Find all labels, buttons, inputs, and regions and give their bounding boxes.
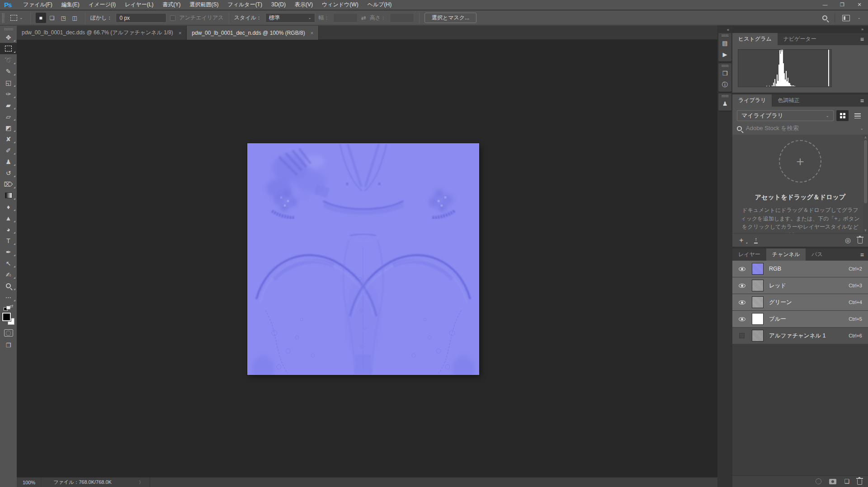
- clone-stamp-tool[interactable]: ♟: [0, 156, 17, 167]
- visibility-toggle[interactable]: [736, 300, 748, 304]
- intersect-selection-button[interactable]: ◫: [70, 13, 80, 23]
- visibility-toggle[interactable]: [736, 267, 748, 271]
- creative-cloud-icon[interactable]: ◎: [845, 236, 851, 244]
- scroll-down-icon[interactable]: ∨: [864, 228, 867, 232]
- add-asset-circle[interactable]: ＋: [779, 140, 821, 183]
- path-selection-tool[interactable]: ↖: [0, 258, 17, 269]
- channel-row-レッド[interactable]: レッドCtrl+3: [732, 277, 868, 294]
- move-tool[interactable]: ✥: [0, 32, 17, 43]
- menu-item-ファイル(F)[interactable]: ファイル(F): [19, 0, 57, 9]
- zoom-level-field[interactable]: 100%: [17, 478, 42, 487]
- history-brush-tool[interactable]: ↺: [0, 167, 17, 178]
- visibility-toggle[interactable]: [736, 284, 748, 288]
- screen-mode-button[interactable]: ❐: [6, 342, 11, 349]
- menu-item-書式(Y)[interactable]: 書式(Y): [158, 0, 185, 9]
- rectangular-marquee-tool[interactable]: [0, 43, 17, 54]
- scrollbar-thumb[interactable]: [864, 140, 867, 203]
- eraser-tool[interactable]: ⌦: [0, 178, 17, 190]
- dock-group-gripper[interactable]: [722, 34, 729, 37]
- toolbar-gripper[interactable]: [4, 28, 13, 30]
- add-content-button[interactable]: ＋: [738, 236, 747, 244]
- library-tab-色調補正[interactable]: 色調補正: [772, 94, 805, 107]
- channel-row-アルファチャンネル 1[interactable]: アルファチャンネル 1Ctrl+6: [732, 328, 868, 344]
- pen-tool[interactable]: ✒: [0, 246, 17, 258]
- edit-toolbar-button[interactable]: ⋯: [0, 291, 17, 303]
- menu-item-フィルター(T)[interactable]: フィルター(T): [223, 0, 267, 9]
- panel-menu-icon[interactable]: ≡: [860, 94, 864, 107]
- gradient-tool[interactable]: [0, 190, 17, 201]
- list-view-button[interactable]: [851, 110, 863, 121]
- default-colors-icon[interactable]: ⇄: [4, 304, 14, 311]
- foreground-color-swatch[interactable]: [2, 313, 11, 321]
- eyedropper-tool[interactable]: ✑: [0, 88, 17, 99]
- menu-item-レイヤー(L)[interactable]: レイヤー(L): [120, 0, 158, 9]
- search-icon[interactable]: [822, 15, 827, 20]
- menu-item-ウィンドウ(W)[interactable]: ウィンドウ(W): [317, 0, 363, 9]
- patch-tool[interactable]: ◩: [0, 122, 17, 133]
- workspace-switcher-icon[interactable]: [842, 15, 850, 21]
- expand-dock-chevron-icon[interactable]: «: [724, 26, 732, 33]
- channels-tab-パス[interactable]: パス: [806, 248, 829, 261]
- antialias-checkbox[interactable]: [170, 15, 175, 21]
- channels-tab-レイヤー[interactable]: レイヤー: [732, 248, 766, 261]
- new-channel-icon[interactable]: ❏: [844, 478, 849, 485]
- minimize-button-icon[interactable]: —: [816, 0, 834, 9]
- menu-item-編集(E)[interactable]: 編集(E): [57, 0, 84, 9]
- clone-source-panel-icon[interactable]: ♟: [718, 98, 731, 109]
- brush-tool[interactable]: ✐: [0, 145, 17, 156]
- canvas-image[interactable]: [247, 143, 479, 375]
- restore-button-icon[interactable]: ❐: [834, 0, 851, 9]
- style-select[interactable]: 標準 ⌄: [265, 13, 315, 23]
- add-selection-button[interactable]: ❏: [47, 13, 57, 23]
- visibility-checkbox[interactable]: [736, 333, 748, 338]
- close-button-icon[interactable]: ✕: [851, 0, 868, 9]
- load-selection-icon[interactable]: [816, 478, 821, 484]
- visibility-toggle[interactable]: [736, 317, 748, 321]
- blur-tool[interactable]: ♦: [0, 201, 17, 212]
- document-tab-2[interactable]: pdw_00_lb_0001_dec_n.dds @ 100% (RGB/8)×: [187, 26, 319, 40]
- chevron-down-icon[interactable]: ⌄: [857, 16, 861, 20]
- lasso-tool[interactable]: ➰: [0, 54, 17, 66]
- content-aware-move-tool[interactable]: ✘: [0, 133, 17, 145]
- save-selection-as-channel-icon[interactable]: [829, 479, 836, 484]
- menu-item-ヘルプ(H)[interactable]: ヘルプ(H): [363, 0, 396, 9]
- panel-menu-icon[interactable]: ≡: [860, 248, 864, 261]
- library-dropdown[interactable]: マイライブラリ ⌄: [737, 110, 834, 121]
- menu-item-表示(V)[interactable]: 表示(V): [290, 0, 317, 9]
- height-input[interactable]: [390, 13, 414, 23]
- healing-brush-tool[interactable]: ▱: [0, 111, 17, 122]
- width-input[interactable]: [333, 13, 358, 23]
- tab-close-icon[interactable]: ×: [311, 30, 313, 36]
- delete-icon[interactable]: [858, 238, 863, 244]
- history-panel-icon[interactable]: ▤: [718, 37, 731, 49]
- library-tab-ライブラリ[interactable]: ライブラリ: [732, 94, 772, 107]
- upload-icon[interactable]: ↑: [754, 237, 758, 244]
- feather-input[interactable]: 0 px: [116, 13, 166, 23]
- spot-healing-brush-tool[interactable]: ▰: [0, 99, 17, 111]
- delete-channel-icon[interactable]: [857, 479, 862, 485]
- dodge-tool[interactable]: ◕: [0, 224, 17, 235]
- dock-group-gripper[interactable]: [722, 95, 729, 97]
- tool-preset-button[interactable]: ⌄: [8, 14, 25, 22]
- scroll-up-icon[interactable]: ∧: [864, 136, 867, 140]
- new-selection-button[interactable]: ■: [36, 13, 46, 23]
- zoom-tool[interactable]: [0, 280, 17, 291]
- crop-tool[interactable]: ◱: [0, 77, 17, 88]
- swap-colors-icon[interactable]: ⇄: [9, 304, 13, 309]
- menu-item-イメージ(I)[interactable]: イメージ(I): [84, 0, 120, 9]
- collapse-panels-chevron-icon[interactable]: »: [861, 27, 863, 32]
- menu-item-3D(D)[interactable]: 3D(D): [267, 0, 290, 9]
- document-tab-1[interactable]: pdw_00_lb_0001_dec.dds @ 66.7% (アルファチャンネ…: [17, 26, 187, 40]
- subtract-selection-button[interactable]: ◳: [58, 13, 69, 23]
- histogram-tab-ヒストグラム[interactable]: ヒストグラム: [732, 33, 778, 45]
- info-panel-icon[interactable]: ⓘ: [718, 79, 731, 90]
- tab-close-icon[interactable]: ×: [179, 30, 181, 36]
- sharpen-tool[interactable]: ▲: [0, 212, 17, 224]
- swap-dimensions-icon[interactable]: ⇄: [361, 14, 366, 21]
- grid-view-button[interactable]: [836, 110, 849, 121]
- channel-row-RGB[interactable]: RGBCtrl+2: [732, 261, 868, 277]
- materials-panel-icon[interactable]: ❒: [718, 68, 731, 79]
- dock-group-gripper[interactable]: [722, 65, 729, 67]
- channel-row-グリーン[interactable]: グリーンCtrl+4: [732, 294, 868, 311]
- histogram-tab-ナビゲーター[interactable]: ナビゲーター: [778, 33, 822, 45]
